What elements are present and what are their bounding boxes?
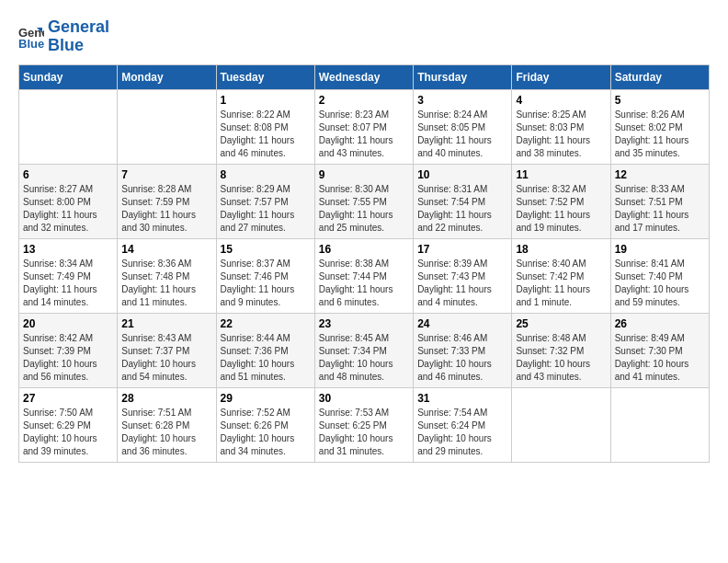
day-number: 25 (516, 317, 606, 330)
day-cell: 21Sunrise: 8:43 AM Sunset: 7:37 PM Dayli… (118, 313, 216, 387)
day-cell: 22Sunrise: 8:44 AM Sunset: 7:36 PM Dayli… (216, 313, 314, 387)
day-number: 24 (417, 317, 507, 330)
day-cell: 18Sunrise: 8:40 AM Sunset: 7:42 PM Dayli… (512, 238, 610, 313)
day-info: Sunrise: 8:48 AM Sunset: 7:32 PM Dayligh… (516, 332, 606, 384)
day-cell: 30Sunrise: 7:53 AM Sunset: 6:25 PM Dayli… (314, 387, 413, 462)
day-number: 2 (319, 94, 409, 107)
logo-text: GeneralBlue (48, 18, 109, 55)
day-cell: 23Sunrise: 8:45 AM Sunset: 7:34 PM Dayli… (314, 313, 413, 387)
day-cell: 6Sunrise: 8:27 AM Sunset: 8:00 PM Daylig… (19, 164, 118, 238)
day-info: Sunrise: 8:33 AM Sunset: 7:51 PM Dayligh… (615, 183, 705, 235)
day-number: 3 (417, 94, 507, 107)
day-number: 27 (23, 392, 113, 405)
day-info: Sunrise: 8:46 AM Sunset: 7:33 PM Dayligh… (417, 332, 507, 384)
day-header-tuesday: Tuesday (216, 64, 314, 89)
day-number: 14 (121, 243, 211, 256)
day-cell: 7Sunrise: 8:28 AM Sunset: 7:59 PM Daylig… (118, 164, 216, 238)
day-cell: 27Sunrise: 7:50 AM Sunset: 6:29 PM Dayli… (19, 387, 118, 462)
day-cell: 20Sunrise: 8:42 AM Sunset: 7:39 PM Dayli… (19, 313, 118, 387)
day-number: 17 (417, 243, 507, 256)
day-info: Sunrise: 7:54 AM Sunset: 6:24 PM Dayligh… (417, 407, 507, 458)
day-cell: 9Sunrise: 8:30 AM Sunset: 7:55 PM Daylig… (314, 164, 413, 238)
week-row-3: 13Sunrise: 8:34 AM Sunset: 7:49 PM Dayli… (19, 238, 710, 313)
day-cell: 5Sunrise: 8:26 AM Sunset: 8:02 PM Daylig… (610, 89, 709, 164)
day-cell (610, 387, 709, 462)
day-cell (512, 387, 610, 462)
day-number: 11 (516, 168, 606, 181)
day-info: Sunrise: 8:27 AM Sunset: 8:00 PM Dayligh… (23, 183, 113, 235)
day-cell: 1Sunrise: 8:22 AM Sunset: 8:08 PM Daylig… (216, 89, 314, 164)
day-number: 20 (23, 317, 113, 330)
day-info: Sunrise: 8:30 AM Sunset: 7:55 PM Dayligh… (319, 183, 409, 235)
day-info: Sunrise: 8:44 AM Sunset: 7:36 PM Dayligh… (221, 332, 311, 384)
week-row-2: 6Sunrise: 8:27 AM Sunset: 8:00 PM Daylig… (19, 164, 710, 238)
day-info: Sunrise: 8:38 AM Sunset: 7:44 PM Dayligh… (319, 258, 409, 309)
day-cell: 3Sunrise: 8:24 AM Sunset: 8:05 PM Daylig… (414, 89, 512, 164)
day-number: 7 (121, 168, 211, 181)
day-info: Sunrise: 7:51 AM Sunset: 6:28 PM Dayligh… (121, 407, 211, 458)
day-info: Sunrise: 7:50 AM Sunset: 6:29 PM Dayligh… (23, 407, 113, 458)
day-cell: 25Sunrise: 8:48 AM Sunset: 7:32 PM Dayli… (512, 313, 610, 387)
day-info: Sunrise: 7:53 AM Sunset: 6:25 PM Dayligh… (319, 407, 409, 458)
day-number: 13 (23, 243, 113, 256)
day-number: 19 (615, 243, 705, 256)
day-header-thursday: Thursday (414, 64, 512, 89)
day-number: 15 (221, 243, 311, 256)
day-info: Sunrise: 8:24 AM Sunset: 8:05 PM Dayligh… (417, 109, 507, 160)
day-cell: 15Sunrise: 8:37 AM Sunset: 7:46 PM Dayli… (216, 238, 314, 313)
day-cell: 13Sunrise: 8:34 AM Sunset: 7:49 PM Dayli… (19, 238, 118, 313)
day-info: Sunrise: 8:26 AM Sunset: 8:02 PM Dayligh… (615, 109, 705, 160)
day-info: Sunrise: 8:39 AM Sunset: 7:43 PM Dayligh… (417, 258, 507, 309)
calendar-table: SundayMondayTuesdayWednesdayThursdayFrid… (18, 64, 710, 463)
page-header: General Blue GeneralBlue (18, 18, 710, 55)
week-row-5: 27Sunrise: 7:50 AM Sunset: 6:29 PM Dayli… (19, 387, 710, 462)
day-cell: 8Sunrise: 8:29 AM Sunset: 7:57 PM Daylig… (216, 164, 314, 238)
day-info: Sunrise: 8:34 AM Sunset: 7:49 PM Dayligh… (23, 258, 113, 309)
day-header-sunday: Sunday (19, 64, 118, 89)
day-cell: 2Sunrise: 8:23 AM Sunset: 8:07 PM Daylig… (314, 89, 413, 164)
day-info: Sunrise: 8:28 AM Sunset: 7:59 PM Dayligh… (121, 183, 211, 235)
day-cell: 12Sunrise: 8:33 AM Sunset: 7:51 PM Dayli… (610, 164, 709, 238)
day-cell: 16Sunrise: 8:38 AM Sunset: 7:44 PM Dayli… (314, 238, 413, 313)
day-info: Sunrise: 8:23 AM Sunset: 8:07 PM Dayligh… (319, 109, 409, 160)
logo: General Blue GeneralBlue (18, 18, 109, 55)
svg-text:Blue: Blue (18, 37, 44, 50)
day-info: Sunrise: 8:29 AM Sunset: 7:57 PM Dayligh… (221, 183, 311, 235)
day-number: 28 (121, 392, 211, 405)
day-cell (118, 89, 216, 164)
day-number: 6 (23, 168, 113, 181)
week-row-1: 1Sunrise: 8:22 AM Sunset: 8:08 PM Daylig… (19, 89, 710, 164)
day-info: Sunrise: 8:49 AM Sunset: 7:30 PM Dayligh… (615, 332, 705, 384)
day-cell: 29Sunrise: 7:52 AM Sunset: 6:26 PM Dayli… (216, 387, 314, 462)
day-cell: 31Sunrise: 7:54 AM Sunset: 6:24 PM Dayli… (414, 387, 512, 462)
calendar-header-row: SundayMondayTuesdayWednesdayThursdayFrid… (19, 64, 710, 89)
day-info: Sunrise: 8:31 AM Sunset: 7:54 PM Dayligh… (417, 183, 507, 235)
day-info: Sunrise: 8:45 AM Sunset: 7:34 PM Dayligh… (319, 332, 409, 384)
day-number: 18 (516, 243, 606, 256)
day-info: Sunrise: 7:52 AM Sunset: 6:26 PM Dayligh… (221, 407, 311, 458)
day-cell: 10Sunrise: 8:31 AM Sunset: 7:54 PM Dayli… (414, 164, 512, 238)
week-row-4: 20Sunrise: 8:42 AM Sunset: 7:39 PM Dayli… (19, 313, 710, 387)
day-number: 31 (417, 392, 507, 405)
day-number: 30 (319, 392, 409, 405)
day-header-saturday: Saturday (610, 64, 709, 89)
day-info: Sunrise: 8:43 AM Sunset: 7:37 PM Dayligh… (121, 332, 211, 384)
day-cell: 17Sunrise: 8:39 AM Sunset: 7:43 PM Dayli… (414, 238, 512, 313)
day-info: Sunrise: 8:22 AM Sunset: 8:08 PM Dayligh… (221, 109, 311, 160)
day-number: 8 (221, 168, 311, 181)
logo-icon: General Blue (18, 24, 44, 50)
day-info: Sunrise: 8:40 AM Sunset: 7:42 PM Dayligh… (516, 258, 606, 309)
day-number: 5 (615, 94, 705, 107)
day-number: 22 (221, 317, 311, 330)
day-cell (19, 89, 118, 164)
day-info: Sunrise: 8:41 AM Sunset: 7:40 PM Dayligh… (615, 258, 705, 309)
day-info: Sunrise: 8:37 AM Sunset: 7:46 PM Dayligh… (221, 258, 311, 309)
day-number: 21 (121, 317, 211, 330)
day-number: 29 (221, 392, 311, 405)
day-cell: 19Sunrise: 8:41 AM Sunset: 7:40 PM Dayli… (610, 238, 709, 313)
day-header-wednesday: Wednesday (314, 64, 413, 89)
day-number: 1 (221, 94, 311, 107)
day-number: 10 (417, 168, 507, 181)
day-info: Sunrise: 8:32 AM Sunset: 7:52 PM Dayligh… (516, 183, 606, 235)
day-cell: 4Sunrise: 8:25 AM Sunset: 8:03 PM Daylig… (512, 89, 610, 164)
